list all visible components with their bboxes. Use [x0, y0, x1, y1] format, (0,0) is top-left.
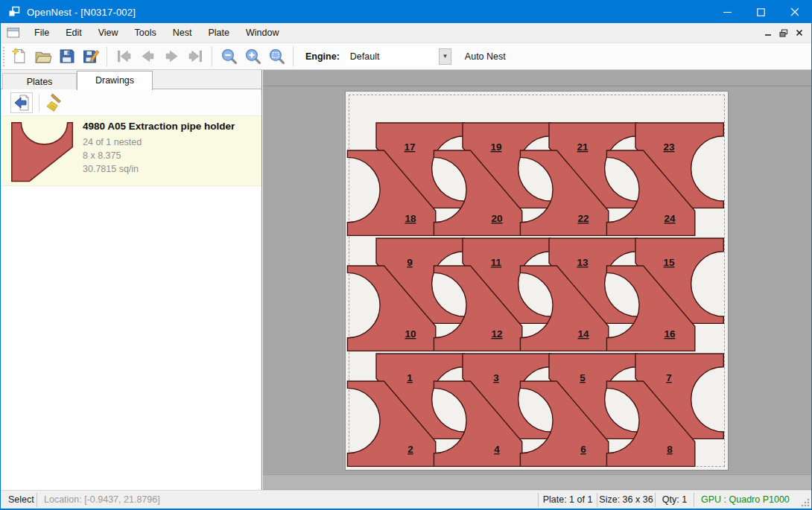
close-button[interactable] — [778, 1, 811, 23]
window-title: OpenNest - [N0317-002] — [27, 7, 136, 18]
tab-drawings[interactable]: Drawings — [77, 71, 153, 90]
title-bar[interactable]: OpenNest - [N0317-002] — [1, 1, 811, 23]
part-number-label: 21 — [577, 141, 589, 153]
last-plate-button[interactable] — [184, 45, 206, 68]
zoom-out-icon — [221, 48, 238, 65]
minimize-icon — [723, 8, 732, 16]
chevron-down-icon: ▼ — [442, 53, 448, 60]
window-bottom-border — [1, 509, 811, 509]
new-button[interactable] — [7, 45, 30, 68]
save-button[interactable] — [55, 45, 77, 68]
clean-broom-icon — [46, 93, 66, 112]
import-drawing-button[interactable] — [10, 92, 33, 113]
open-button[interactable] — [31, 45, 54, 68]
toolbar-separator — [107, 47, 107, 66]
content-area: Plates Drawings — [1, 70, 811, 490]
menu-tools[interactable]: Tools — [127, 25, 165, 41]
toolbar-separator — [293, 47, 294, 66]
plate[interactable]: 171819202122232491011121314151612345678 — [345, 91, 729, 471]
part-number-label: 2 — [407, 444, 413, 455]
toolbar-separator — [212, 47, 212, 66]
menu-plate[interactable]: Plate — [200, 25, 238, 41]
previous-plate-button[interactable] — [136, 45, 159, 68]
part-number-label: 3 — [493, 372, 499, 383]
first-plate-button[interactable] — [112, 45, 135, 68]
part-thumbnail — [11, 121, 74, 182]
mdi-restore-icon — [779, 29, 788, 37]
status-plate: Plate: 1 of 1 — [539, 491, 597, 509]
menu-edit[interactable]: Edit — [57, 25, 90, 41]
part-number-label: 14 — [577, 328, 589, 340]
part-number-label: 23 — [663, 141, 675, 153]
menu-file[interactable]: File — [26, 25, 57, 41]
new-document-icon — [10, 48, 28, 65]
part-number-label: 7 — [666, 372, 672, 383]
save-icon — [58, 48, 75, 65]
menu-nest[interactable]: Nest — [165, 25, 200, 41]
part-number-label: 15 — [663, 257, 675, 268]
maximize-icon — [757, 8, 765, 16]
resize-grip[interactable] — [800, 497, 810, 507]
status-bar: Select Location: [-0.9437, 21.8796] Plat… — [1, 490, 811, 509]
close-icon — [790, 7, 799, 16]
engine-label: Engine: — [305, 51, 340, 62]
part-number-label: 18 — [405, 213, 416, 224]
status-mode: Select — [8, 491, 34, 509]
panel-tab-strip: Plates Drawings — [1, 70, 261, 89]
canvas-top-divider — [263, 86, 811, 86]
zoom-in-button[interactable] — [241, 45, 264, 68]
zoom-extents-button[interactable] — [265, 45, 288, 68]
menu-window[interactable]: Window — [238, 25, 287, 41]
status-separator — [694, 493, 694, 507]
main-toolbar: Engine: Default ▼ Auto Nest — [1, 42, 811, 70]
panel-toolbar-separator — [39, 94, 39, 112]
go-previous-icon — [139, 48, 156, 65]
drawing-size: 8 x 8.375 — [83, 149, 235, 162]
status-qty: Qty: 1 — [656, 491, 694, 509]
go-next-icon — [163, 48, 180, 65]
part-number-label: 6 — [580, 444, 586, 455]
drawing-item-info: 4980 A05 Extraction pipe holder 24 of 1 … — [83, 121, 235, 176]
part-number-label: 10 — [405, 328, 416, 340]
part-number-label: 8 — [667, 444, 673, 455]
drawings-panel: Plates Drawings — [1, 70, 262, 490]
part-number-label: 1 — [407, 372, 413, 383]
part-number-label: 20 — [491, 213, 502, 224]
canvas-horizontal-scrollbar[interactable] — [263, 474, 811, 489]
zoom-out-button[interactable] — [218, 45, 240, 68]
mdi-minimize-icon — [764, 29, 772, 36]
panel-toolbar — [1, 90, 261, 115]
save-as-button[interactable] — [79, 45, 101, 68]
tab-plates[interactable]: Plates — [2, 73, 77, 89]
engine-dropdown-button[interactable]: ▼ — [439, 48, 451, 65]
drawing-list-item[interactable]: 4980 A05 Extraction pipe holder 24 of 1 … — [1, 115, 261, 186]
part-number-label: 19 — [490, 141, 501, 153]
part-number-label: 13 — [577, 257, 589, 268]
mdi-close-button[interactable] — [791, 26, 807, 39]
engine-select[interactable]: Default — [346, 48, 439, 65]
open-folder-icon — [34, 48, 51, 65]
next-plate-button[interactable] — [160, 45, 183, 68]
nest-canvas[interactable]: 171819202122232491011121314151612345678 — [263, 70, 811, 490]
status-location: Location: [-0.9437, 21.8796] — [44, 491, 160, 509]
mdi-minimize-button[interactable] — [760, 26, 775, 39]
toolbar-grip[interactable] — [3, 47, 7, 66]
menu-view[interactable]: View — [90, 25, 127, 41]
status-gpu: GPU : Quadro P1000 — [701, 491, 790, 509]
engine-value: Default — [350, 51, 380, 62]
document-window-icon[interactable] — [7, 27, 20, 39]
clean-button[interactable] — [45, 92, 66, 113]
part-number-label: 12 — [491, 328, 502, 340]
part-number-label: 22 — [577, 213, 589, 224]
part-number-label: 16 — [664, 328, 676, 340]
part-number-label: 24 — [664, 213, 676, 224]
mdi-restore-button[interactable] — [775, 26, 791, 39]
auto-nest-button[interactable]: Auto Nest — [460, 48, 510, 65]
maximize-button[interactable] — [744, 1, 778, 23]
status-size: Size: 36 x 36 — [597, 491, 655, 509]
minimize-button[interactable] — [711, 1, 744, 23]
zoom-in-icon — [244, 48, 261, 65]
drawing-area: 30.7815 sq/in — [83, 162, 235, 176]
part-number-label: 17 — [404, 141, 415, 153]
nested-parts-layer: 171819202122232491011121314151612345678 — [346, 92, 729, 471]
